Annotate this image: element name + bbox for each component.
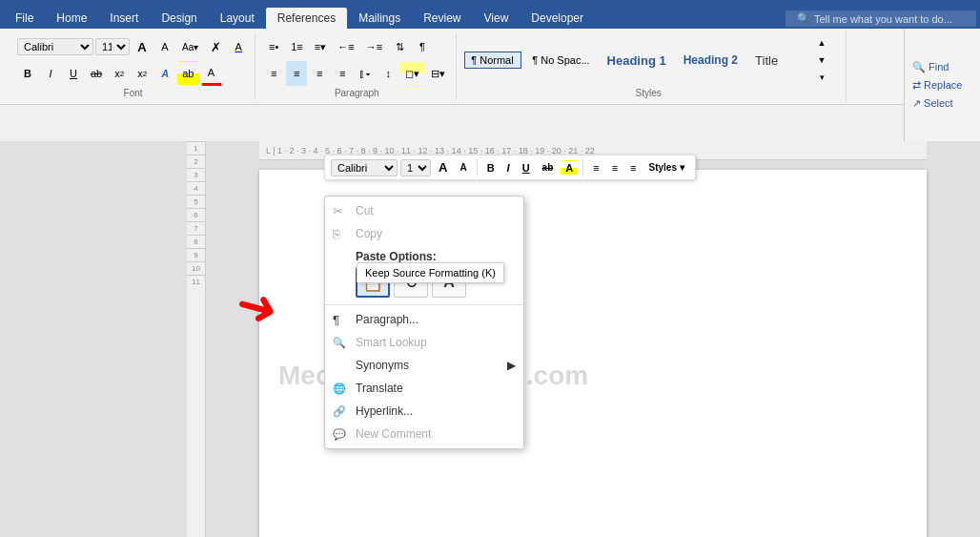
style-heading2-label: Heading 2: [684, 53, 738, 67]
clear-format-button[interactable]: ✗: [205, 34, 226, 59]
tab-review[interactable]: Review: [412, 8, 472, 29]
font-row-1: Calibri 11 A A Aa▾ ✗ A: [17, 34, 249, 59]
context-menu: ✂ Cut ⎘ Copy Paste Options: 📋 ↻ A ¶ Para…: [324, 196, 524, 449]
tab-file[interactable]: File: [4, 8, 45, 29]
mini-strikethrough-button[interactable]: ab: [538, 160, 559, 175]
style-heading1[interactable]: Heading 1: [601, 51, 673, 71]
tab-developer[interactable]: Developer: [520, 8, 595, 29]
styles-section-label: Styles: [464, 86, 832, 98]
mini-styles-button[interactable]: Styles ▾: [643, 160, 688, 175]
ctx-copy-label: Copy: [356, 227, 382, 240]
font-name-dropdown[interactable]: Calibri: [17, 38, 93, 55]
tab-layout[interactable]: Layout: [209, 8, 266, 29]
change-case-button[interactable]: Aa▾: [177, 34, 203, 59]
ctx-translate-label: Translate: [356, 382, 403, 395]
ctx-copy[interactable]: ⎘ Copy: [325, 222, 523, 245]
ctx-hyperlink[interactable]: 🔗 Hyperlink...: [325, 400, 523, 423]
styles-expand[interactable]: ▾: [811, 69, 832, 86]
ctx-translate[interactable]: 🌐 Translate: [325, 377, 523, 400]
style-normal[interactable]: ¶ Normal: [464, 52, 521, 69]
mini-align-right-button[interactable]: ≡: [625, 160, 641, 176]
mini-align-left-button[interactable]: ≡: [607, 160, 623, 176]
v-ruler-mark-9: 9: [187, 248, 205, 261]
decrease-indent-button[interactable]: ←≡: [333, 34, 358, 59]
numbering-button[interactable]: 1≡: [286, 34, 308, 59]
mini-font-name[interactable]: Calibri: [331, 159, 398, 176]
ctx-synonyms[interactable]: Synonyms ▶: [325, 354, 523, 377]
mini-align-center-button[interactable]: ≡: [588, 160, 603, 176]
ribbon-search-text: Tell me what you want to do...: [814, 13, 952, 25]
show-formatting-button[interactable]: ¶: [412, 34, 433, 59]
ctx-sep-1: [325, 304, 523, 305]
mini-toolbar: Calibri 11 A A B I U ab A ≡ ≡ ≡ Styles ▾: [324, 155, 696, 180]
ribbon-content-area: Calibri 11 A A Aa▾ ✗ A B I U: [0, 29, 980, 105]
shading-button[interactable]: ◻▾: [400, 61, 424, 86]
tab-insert[interactable]: Insert: [98, 8, 150, 29]
text-effects-button[interactable]: A: [154, 61, 175, 86]
ribbon-search[interactable]: 🔍 Tell me what you want to do...: [786, 10, 976, 27]
ctx-new-comment[interactable]: 💬 New Comment: [325, 423, 523, 445]
synonyms-arrow-icon: ▶: [507, 359, 516, 372]
mini-shrink-button[interactable]: A: [455, 160, 471, 175]
align-left-button[interactable]: ≡: [263, 61, 284, 86]
style-title-label: Title: [755, 53, 778, 68]
mini-italic-button[interactable]: I: [502, 160, 515, 176]
align-center-button[interactable]: ≡: [286, 61, 307, 86]
select-button[interactable]: ↗ Select: [909, 95, 957, 112]
borders-button[interactable]: ⊟▾: [426, 61, 450, 86]
ctx-paragraph[interactable]: ¶ Paragraph...: [325, 308, 523, 331]
copy-icon: ⎘: [333, 227, 340, 241]
styles-scroll-up[interactable]: ▲: [811, 34, 832, 52]
font-shrink-button[interactable]: A: [154, 34, 175, 59]
ctx-smart-lookup[interactable]: 🔍 Smart Lookup: [325, 331, 523, 354]
line-spacing-button[interactable]: ↕: [378, 61, 398, 86]
vertical-ruler: 1 2 3 4 5 6 7 8 9 10 11: [187, 141, 206, 537]
subscript-button[interactable]: x2: [109, 61, 130, 86]
ctx-cut[interactable]: ✂ Cut: [325, 199, 523, 222]
style-nospace[interactable]: ¶ No Spac...: [525, 52, 596, 69]
tab-view[interactable]: View: [473, 8, 521, 29]
mini-underline-button[interactable]: U: [518, 160, 535, 176]
columns-button[interactable]: ⫿▾: [355, 61, 376, 86]
italic-button[interactable]: I: [40, 61, 61, 86]
tab-mailings[interactable]: Mailings: [347, 8, 412, 29]
superscript-button[interactable]: x2: [132, 61, 153, 86]
increase-indent-button[interactable]: →≡: [361, 34, 387, 59]
underline-button[interactable]: U: [63, 61, 84, 86]
tab-references[interactable]: References: [266, 8, 347, 29]
font-color-highlight-button[interactable]: A: [228, 34, 249, 59]
bullets-button[interactable]: ≡•: [263, 34, 284, 59]
v-ruler-mark-6: 6: [187, 208, 205, 221]
tab-home[interactable]: Home: [45, 8, 98, 29]
v-ruler-mark-7: 7: [187, 221, 205, 235]
mini-font-size[interactable]: 11: [400, 159, 431, 176]
style-title[interactable]: Title: [748, 51, 806, 71]
font-size-dropdown[interactable]: 11: [95, 38, 130, 55]
paste-tooltip-text: Keep Source Formatting (K): [365, 267, 496, 279]
font-color-button[interactable]: A: [201, 61, 222, 86]
replace-button[interactable]: ⇄ Replace: [909, 77, 966, 93]
v-ruler-mark-11: 11: [187, 275, 205, 288]
sort-button[interactable]: ⇅: [389, 34, 410, 59]
strikethrough-button[interactable]: ab: [86, 61, 107, 86]
ctx-cut-label: Cut: [356, 204, 374, 217]
font-grow-button[interactable]: A: [132, 34, 153, 59]
mini-bold-button[interactable]: B: [482, 160, 500, 176]
tab-design[interactable]: Design: [150, 8, 208, 29]
find-button[interactable]: 🔍 Find: [909, 59, 952, 75]
multilevel-button[interactable]: ≡▾: [310, 34, 331, 59]
highlight-color-button[interactable]: ab: [177, 61, 198, 86]
paragraph-section: ≡• 1≡ ≡▾ ←≡ →≡ ⇅ ¶ ≡ ≡ ≡ ≡ ⫿▾ ↕: [257, 32, 457, 100]
editing-section: 🔍 Find ⇄ Replace ↗ Select: [904, 29, 980, 141]
ctx-new-comment-label: New Comment: [356, 427, 431, 441]
styles-scroll-down[interactable]: ▼: [811, 52, 832, 69]
align-right-button[interactable]: ≡: [309, 61, 330, 86]
ribbon-tabs: File Home Insert Design Layout Reference…: [0, 0, 980, 29]
mini-grow-button[interactable]: A: [434, 158, 452, 176]
bold-button[interactable]: B: [17, 61, 38, 86]
hyperlink-icon: 🔗: [333, 405, 346, 418]
mini-highlight-button[interactable]: A: [561, 160, 578, 176]
style-heading2[interactable]: Heading 2: [677, 51, 745, 70]
justify-button[interactable]: ≡: [332, 61, 353, 86]
mini-sep-1: [477, 159, 478, 176]
